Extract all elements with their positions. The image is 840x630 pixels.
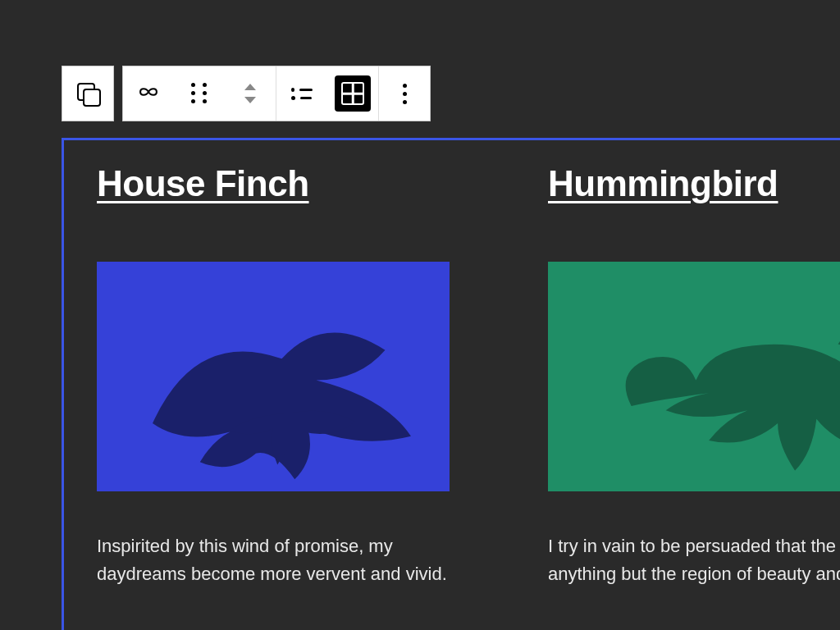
column-body[interactable]: Inspirited by this wind of promise, my d… xyxy=(97,532,458,588)
grid-view-button[interactable] xyxy=(327,66,378,121)
more-options-button[interactable] xyxy=(379,66,430,121)
list-view-icon xyxy=(291,84,313,104)
column-body[interactable]: I try in vain to be persuaded that the a… xyxy=(548,532,840,588)
columns-block[interactable]: House Finch Inspirited by this wind of p… xyxy=(97,163,840,588)
column-title[interactable]: House Finch xyxy=(97,163,458,204)
more-options-icon xyxy=(403,84,407,104)
column-1[interactable]: House Finch Inspirited by this wind of p… xyxy=(97,163,458,588)
infinity-icon xyxy=(135,83,162,104)
bird-illustration xyxy=(101,266,445,491)
grid-view-icon xyxy=(335,75,371,112)
bird-illustration xyxy=(580,266,840,491)
drag-handle-button[interactable] xyxy=(174,66,225,121)
selected-block-outline: House Finch Inspirited by this wind of p… xyxy=(62,138,840,630)
pattern-button[interactable] xyxy=(123,66,174,121)
column-title[interactable]: Hummingbird xyxy=(548,163,840,204)
column-image[interactable] xyxy=(548,262,840,491)
toolbar-group-main xyxy=(122,66,431,121)
move-up-down-icon xyxy=(244,84,256,103)
move-up-down-button[interactable] xyxy=(225,66,276,121)
list-view-button[interactable] xyxy=(276,66,327,121)
column-2[interactable]: Hummingbird I try in vain to be persuade… xyxy=(548,163,840,588)
column-image[interactable] xyxy=(97,262,450,491)
toolbar-group-block-type xyxy=(62,66,114,121)
drag-handle-icon xyxy=(190,84,208,103)
block-copy-icon xyxy=(77,83,98,104)
block-toolbar xyxy=(62,66,431,121)
block-type-button[interactable] xyxy=(62,66,113,121)
